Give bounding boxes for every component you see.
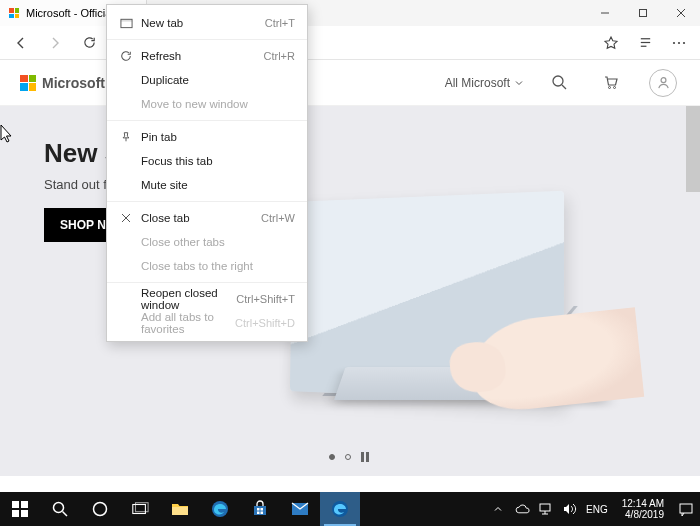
site-header: Microsoft All Microsoft	[0, 60, 700, 106]
svg-point-7	[673, 41, 675, 43]
ctx-close-tab[interactable]: Close tabCtrl+W	[107, 206, 307, 230]
svg-point-9	[683, 41, 685, 43]
ctx-mute-site[interactable]: Mute site	[107, 173, 307, 197]
ctx-move-window: Move to new window	[107, 92, 307, 116]
file-explorer-task[interactable]	[160, 492, 200, 526]
edge-legacy-task[interactable]	[200, 492, 240, 526]
scrollbar-thumb[interactable]	[686, 106, 700, 192]
forward-button[interactable]	[40, 28, 70, 58]
reading-list-button[interactable]	[630, 28, 660, 58]
svg-point-14	[661, 78, 666, 83]
svg-rect-19	[12, 501, 19, 508]
favorite-button[interactable]	[596, 28, 626, 58]
tray-network-icon[interactable]	[538, 501, 554, 517]
svg-rect-36	[540, 504, 550, 511]
tray-onedrive-icon[interactable]	[514, 501, 530, 517]
tray-chevron-up-icon[interactable]	[490, 501, 506, 517]
ctx-add-favorites: Add all tabs to favoritesCtrl+Shift+D	[107, 311, 307, 335]
svg-rect-30	[257, 508, 260, 511]
account-button[interactable]	[646, 66, 680, 100]
ctx-close-right: Close tabs to the right	[107, 254, 307, 278]
tray-notifications-icon[interactable]	[678, 501, 694, 517]
svg-rect-1	[640, 10, 647, 17]
system-tray: ENG 12:14 AM 4/8/2019	[490, 498, 700, 520]
svg-rect-22	[21, 510, 28, 517]
search-button[interactable]	[40, 492, 80, 526]
hero-banner: New Surface Pro 6 Stand out from the ord…	[0, 106, 700, 476]
svg-point-25	[94, 503, 107, 516]
ctx-reopen[interactable]: Reopen closed windowCtrl+Shift+T	[107, 287, 307, 311]
ctx-focus-tab[interactable]: Focus this tab	[107, 149, 307, 173]
ctx-close-other: Close other tabs	[107, 230, 307, 254]
search-icon[interactable]	[542, 66, 576, 100]
svg-rect-32	[257, 512, 260, 515]
cortana-button[interactable]	[80, 492, 120, 526]
all-microsoft-menu[interactable]: All Microsoft	[445, 76, 524, 90]
ctx-new-tab[interactable]: New tabCtrl+T	[107, 11, 307, 35]
all-microsoft-label: All Microsoft	[445, 76, 510, 90]
svg-rect-21	[12, 510, 19, 517]
svg-line-11	[562, 85, 566, 89]
chevron-down-icon	[514, 78, 524, 88]
svg-line-24	[63, 512, 68, 517]
svg-rect-16	[120, 19, 131, 21]
ms-favicon	[8, 7, 20, 19]
start-button[interactable]	[0, 492, 40, 526]
window-minimize[interactable]	[586, 0, 624, 26]
svg-rect-31	[261, 508, 264, 511]
mail-task[interactable]	[280, 492, 320, 526]
cart-icon[interactable]	[594, 66, 628, 100]
cursor-icon	[0, 124, 14, 144]
carousel-dot[interactable]	[345, 454, 351, 460]
refresh-icon	[117, 50, 135, 62]
svg-point-13	[613, 87, 615, 89]
back-button[interactable]	[6, 28, 36, 58]
edge-task-active[interactable]	[320, 492, 360, 526]
tray-language[interactable]: ENG	[586, 504, 608, 515]
pin-icon	[117, 131, 135, 143]
ctx-pin-tab[interactable]: Pin tab	[107, 125, 307, 149]
svg-point-8	[678, 41, 680, 43]
svg-rect-33	[261, 512, 264, 515]
ctx-duplicate[interactable]: Duplicate	[107, 68, 307, 92]
svg-rect-20	[21, 501, 28, 508]
ctx-refresh[interactable]: RefreshCtrl+R	[107, 44, 307, 68]
carousel-dot-active[interactable]	[329, 454, 335, 460]
svg-point-23	[54, 503, 64, 513]
microsoft-logo[interactable]: Microsoft	[20, 75, 105, 91]
window-close[interactable]	[662, 0, 700, 26]
windows-taskbar: ENG 12:14 AM 4/8/2019	[0, 492, 700, 526]
task-view-button[interactable]	[120, 492, 160, 526]
carousel-pager	[329, 452, 371, 462]
close-icon	[117, 213, 135, 223]
tray-time: 12:14 AM	[622, 498, 664, 509]
tray-clock[interactable]: 12:14 AM 4/8/2019	[616, 498, 670, 520]
store-task[interactable]	[240, 492, 280, 526]
refresh-button[interactable]	[74, 28, 104, 58]
svg-point-10	[553, 76, 563, 86]
tray-date: 4/8/2019	[622, 509, 664, 520]
tab-context-menu: New tabCtrl+T RefreshCtrl+R Duplicate Mo…	[106, 4, 308, 342]
brand-text: Microsoft	[42, 75, 105, 91]
more-button[interactable]	[664, 28, 694, 58]
carousel-pause-icon[interactable]	[361, 452, 371, 462]
new-tab-icon	[117, 17, 135, 29]
svg-rect-39	[680, 504, 692, 513]
browser-titlebar: Microsoft - Official H × +	[0, 0, 700, 26]
browser-toolbar	[0, 26, 700, 60]
person-icon	[656, 75, 671, 90]
svg-rect-28	[172, 507, 188, 515]
tray-volume-icon[interactable]	[562, 501, 578, 517]
svg-point-12	[608, 87, 610, 89]
window-maximize[interactable]	[624, 0, 662, 26]
